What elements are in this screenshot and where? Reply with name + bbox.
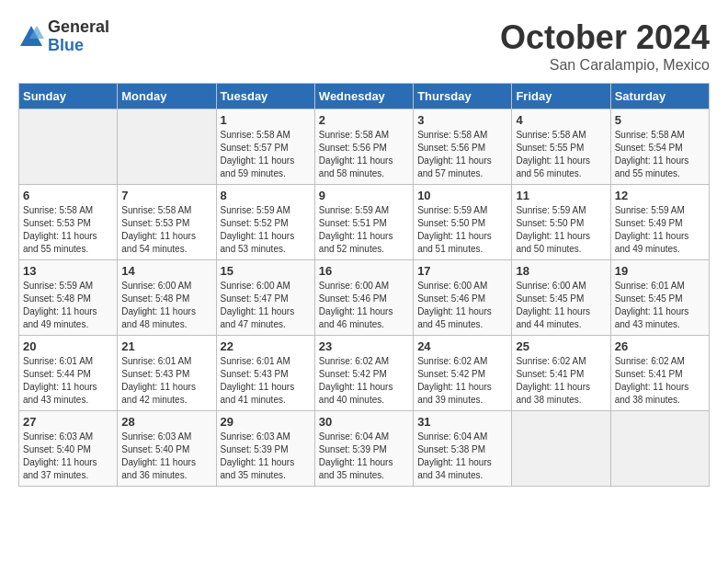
cell-content: Sunrise: 6:02 AMSunset: 5:42 PMDaylight:… xyxy=(319,355,409,407)
cell-content: Sunrise: 6:02 AMSunset: 5:41 PMDaylight:… xyxy=(516,355,606,407)
calendar-cell: 4Sunrise: 5:58 AMSunset: 5:55 PMDaylight… xyxy=(512,109,610,185)
cell-content: Sunrise: 5:58 AMSunset: 5:56 PMDaylight:… xyxy=(319,129,409,180)
calendar-cell: 22Sunrise: 6:01 AMSunset: 5:43 PMDayligh… xyxy=(216,336,314,411)
day-number: 19 xyxy=(615,264,705,278)
calendar-cell: 12Sunrise: 5:59 AMSunset: 5:49 PMDayligh… xyxy=(610,185,709,260)
day-number: 28 xyxy=(121,415,211,429)
day-number: 8 xyxy=(221,189,311,202)
day-of-week-header: Saturday xyxy=(610,84,709,109)
calendar-cell xyxy=(19,109,118,185)
calendar-cell xyxy=(118,109,216,185)
cell-content: Sunrise: 6:00 AMSunset: 5:48 PMDaylight:… xyxy=(121,280,211,331)
cell-content: Sunrise: 5:58 AMSunset: 5:57 PMDaylight:… xyxy=(221,129,311,180)
day-number: 25 xyxy=(516,339,606,353)
day-number: 30 xyxy=(319,415,409,429)
calendar-cell: 6Sunrise: 5:58 AMSunset: 5:53 PMDaylight… xyxy=(19,185,118,260)
day-number: 24 xyxy=(417,339,507,353)
day-number: 4 xyxy=(516,113,606,127)
cell-content: Sunrise: 5:58 AMSunset: 5:54 PMDaylight:… xyxy=(615,129,705,180)
cell-content: Sunrise: 6:02 AMSunset: 5:41 PMDaylight:… xyxy=(615,355,705,407)
day-number: 13 xyxy=(23,264,113,278)
calendar-cell xyxy=(512,411,610,487)
calendar-cell: 5Sunrise: 5:58 AMSunset: 5:54 PMDaylight… xyxy=(610,109,709,185)
calendar-cell: 3Sunrise: 5:58 AMSunset: 5:56 PMDaylight… xyxy=(414,109,512,185)
calendar-cell: 25Sunrise: 6:02 AMSunset: 5:41 PMDayligh… xyxy=(512,336,610,411)
calendar-cell: 14Sunrise: 6:00 AMSunset: 5:48 PMDayligh… xyxy=(118,260,216,336)
day-number: 12 xyxy=(615,189,705,202)
calendar-table: SundayMondayTuesdayWednesdayThursdayFrid… xyxy=(18,83,710,487)
calendar-cell: 9Sunrise: 5:59 AMSunset: 5:51 PMDaylight… xyxy=(314,185,413,260)
logo-blue-text: Blue xyxy=(48,37,109,55)
cell-content: Sunrise: 6:04 AMSunset: 5:38 PMDaylight:… xyxy=(417,431,507,482)
day-of-week-header: Tuesday xyxy=(216,84,314,109)
calendar-cell: 18Sunrise: 6:00 AMSunset: 5:45 PMDayligh… xyxy=(512,260,610,336)
cell-content: Sunrise: 6:01 AMSunset: 5:45 PMDaylight:… xyxy=(615,280,705,331)
day-number: 26 xyxy=(615,339,705,353)
cell-content: Sunrise: 5:58 AMSunset: 5:53 PMDaylight:… xyxy=(23,204,113,256)
page-header: General Blue October 2024 San Caralampio… xyxy=(18,18,710,74)
header-row: SundayMondayTuesdayWednesdayThursdayFrid… xyxy=(19,84,710,109)
cell-content: Sunrise: 5:59 AMSunset: 5:50 PMDaylight:… xyxy=(417,204,507,256)
cell-content: Sunrise: 5:58 AMSunset: 5:53 PMDaylight:… xyxy=(121,204,211,256)
cell-content: Sunrise: 5:59 AMSunset: 5:52 PMDaylight:… xyxy=(221,204,311,256)
day-of-week-header: Monday xyxy=(118,84,216,109)
calendar-cell: 1Sunrise: 5:58 AMSunset: 5:57 PMDaylight… xyxy=(216,109,314,185)
cell-content: Sunrise: 5:59 AMSunset: 5:50 PMDaylight:… xyxy=(516,204,606,256)
day-number: 7 xyxy=(121,189,211,202)
calendar-cell: 29Sunrise: 6:03 AMSunset: 5:39 PMDayligh… xyxy=(216,411,314,487)
logo: General Blue xyxy=(18,18,109,55)
day-number: 14 xyxy=(121,264,211,278)
cell-content: Sunrise: 5:59 AMSunset: 5:51 PMDaylight:… xyxy=(319,204,409,256)
cell-content: Sunrise: 5:58 AMSunset: 5:56 PMDaylight:… xyxy=(417,129,507,180)
calendar-cell: 20Sunrise: 6:01 AMSunset: 5:44 PMDayligh… xyxy=(19,336,118,411)
day-of-week-header: Sunday xyxy=(19,84,118,109)
day-number: 10 xyxy=(417,189,507,202)
calendar-cell: 8Sunrise: 5:59 AMSunset: 5:52 PMDaylight… xyxy=(216,185,314,260)
day-number: 1 xyxy=(221,113,311,127)
calendar-cell: 30Sunrise: 6:04 AMSunset: 5:39 PMDayligh… xyxy=(314,411,413,487)
calendar-cell: 10Sunrise: 5:59 AMSunset: 5:50 PMDayligh… xyxy=(414,185,512,260)
day-of-week-header: Wednesday xyxy=(314,84,413,109)
day-of-week-header: Thursday xyxy=(414,84,512,109)
calendar-header: SundayMondayTuesdayWednesdayThursdayFrid… xyxy=(19,84,710,109)
calendar-week-row: 6Sunrise: 5:58 AMSunset: 5:53 PMDaylight… xyxy=(19,185,710,260)
day-number: 20 xyxy=(23,339,113,353)
calendar-cell: 23Sunrise: 6:02 AMSunset: 5:42 PMDayligh… xyxy=(314,336,413,411)
cell-content: Sunrise: 6:01 AMSunset: 5:43 PMDaylight:… xyxy=(221,355,311,407)
day-number: 5 xyxy=(615,113,705,127)
logo-icon xyxy=(18,24,44,50)
day-number: 17 xyxy=(417,264,507,278)
calendar-cell xyxy=(610,411,709,487)
day-number: 15 xyxy=(221,264,311,278)
day-number: 3 xyxy=(417,113,507,127)
cell-content: Sunrise: 6:03 AMSunset: 5:40 PMDaylight:… xyxy=(23,431,113,482)
cell-content: Sunrise: 6:03 AMSunset: 5:40 PMDaylight:… xyxy=(121,431,211,482)
cell-content: Sunrise: 6:03 AMSunset: 5:39 PMDaylight:… xyxy=(221,431,311,482)
day-number: 27 xyxy=(23,415,113,429)
day-number: 18 xyxy=(516,264,606,278)
title-block: October 2024 San Caralampio, Mexico xyxy=(500,18,710,74)
calendar-cell: 15Sunrise: 6:00 AMSunset: 5:47 PMDayligh… xyxy=(216,260,314,336)
calendar-week-row: 27Sunrise: 6:03 AMSunset: 5:40 PMDayligh… xyxy=(19,411,710,487)
calendar-week-row: 1Sunrise: 5:58 AMSunset: 5:57 PMDaylight… xyxy=(19,109,710,185)
cell-content: Sunrise: 5:59 AMSunset: 5:48 PMDaylight:… xyxy=(23,280,113,331)
calendar-body: 1Sunrise: 5:58 AMSunset: 5:57 PMDaylight… xyxy=(19,109,710,487)
calendar-cell: 26Sunrise: 6:02 AMSunset: 5:41 PMDayligh… xyxy=(610,336,709,411)
day-number: 16 xyxy=(319,264,409,278)
day-number: 9 xyxy=(319,189,409,202)
calendar-cell: 24Sunrise: 6:02 AMSunset: 5:42 PMDayligh… xyxy=(414,336,512,411)
calendar-cell: 13Sunrise: 5:59 AMSunset: 5:48 PMDayligh… xyxy=(19,260,118,336)
calendar-cell: 27Sunrise: 6:03 AMSunset: 5:40 PMDayligh… xyxy=(19,411,118,487)
cell-content: Sunrise: 6:00 AMSunset: 5:45 PMDaylight:… xyxy=(516,280,606,331)
day-number: 2 xyxy=(319,113,409,127)
cell-content: Sunrise: 6:00 AMSunset: 5:46 PMDaylight:… xyxy=(417,280,507,331)
calendar-cell: 19Sunrise: 6:01 AMSunset: 5:45 PMDayligh… xyxy=(610,260,709,336)
day-number: 6 xyxy=(23,189,113,202)
cell-content: Sunrise: 6:00 AMSunset: 5:47 PMDaylight:… xyxy=(221,280,311,331)
logo-general-text: General xyxy=(48,18,109,37)
day-number: 11 xyxy=(516,189,606,202)
cell-content: Sunrise: 6:02 AMSunset: 5:42 PMDaylight:… xyxy=(417,355,507,407)
calendar-cell: 16Sunrise: 6:00 AMSunset: 5:46 PMDayligh… xyxy=(314,260,413,336)
calendar-cell: 11Sunrise: 5:59 AMSunset: 5:50 PMDayligh… xyxy=(512,185,610,260)
day-number: 23 xyxy=(319,339,409,353)
